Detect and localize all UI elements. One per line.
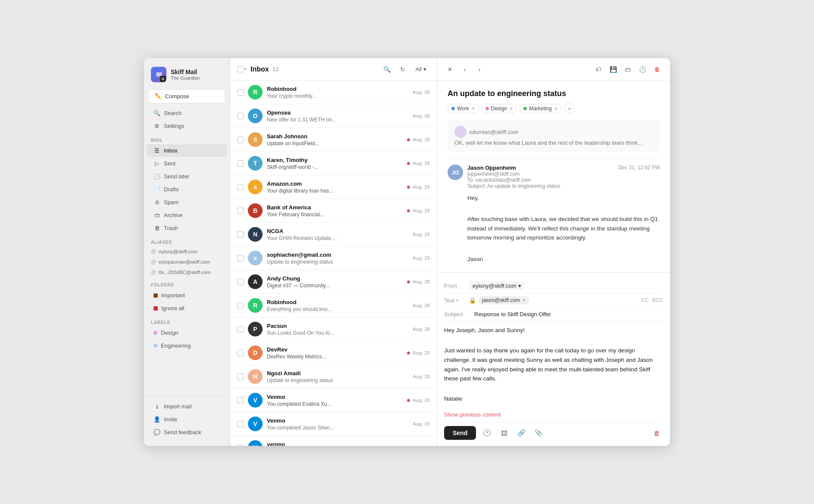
email-checkbox[interactable] [237,208,244,214]
spam-icon: ⊘ [153,199,160,205]
email-row[interactable]: a Amazon.com Your digital library loan h… [230,175,437,199]
email-date: Aug. 28 [413,303,430,308]
compose-button[interactable]: ✏️ Compose [148,89,225,103]
email-row[interactable]: B Bank of America Your February financia… [230,199,437,223]
next-message-button[interactable]: › [473,63,485,75]
email-date: Aug. 29 [413,161,430,166]
select-all-checkbox[interactable] [237,66,244,72]
email-checkbox[interactable] [237,184,244,190]
email-checkbox[interactable] [237,326,244,333]
email-checkbox[interactable] [237,397,244,404]
tag-marketing-close[interactable]: ✕ [554,106,558,112]
sidebar-item-drafts[interactable]: 📄 Drafts [147,183,227,196]
sidebar-item-invite[interactable]: 👤 Invite [147,413,227,426]
sidebar-item-import-mail[interactable]: ⤓ Import mail [147,400,227,413]
email-content: NCGA Your GHIN Revision Update,... [267,228,408,241]
compose-area: From eylony@skiff.com ▾ Text ▾ 🔒 jason@s… [437,272,670,446]
tag-marketing[interactable]: Marketing ✕ [520,104,562,113]
archive-button[interactable]: 🗃 [622,63,634,75]
filter-button[interactable]: All ▾ [412,64,430,74]
sidebar-item-archive[interactable]: 🗃 Archive [147,209,227,221]
sidebar-item-sent[interactable]: ▷ Sent [147,157,227,170]
label-engineering[interactable]: Engineering [147,339,227,352]
compose-body[interactable]: Hey Joseph, Jason and Sunny!Just wanted … [444,321,663,410]
email-row[interactable]: P Pacsun Sun Looks Good On You At... Aug… [230,317,437,341]
email-checkbox[interactable] [237,373,244,380]
email-preview: Everything you should kno... [267,306,408,312]
email-checkbox[interactable] [237,350,244,356]
attach-file-button[interactable]: 📎 [532,426,545,439]
select-all-checkbox-area[interactable]: ▾ [237,66,247,72]
insert-link-button[interactable]: 🔗 [515,426,528,439]
email-checkbox[interactable] [237,89,244,96]
sidebar-item-send-later[interactable]: 🕐 Send later [147,170,227,183]
sidebar-item-search[interactable]: 🔍 Search [147,107,227,119]
email-row[interactable]: N Ngozi Amadi Update to engineering stat… [230,365,437,389]
email-row[interactable]: S Sarah Johnson Update on InputField... … [230,128,437,152]
alias-1[interactable]: @ eylony@skiff.com [144,246,230,257]
folder-important[interactable]: Important [147,289,227,302]
label-button[interactable]: 🏷 [592,63,604,75]
delete-button[interactable]: 🗑 [651,63,663,75]
email-row[interactable]: V Venmo You completed Evalina Xu... Aug.… [230,389,437,412]
image-icon: 🖼 [501,429,507,437]
label-design[interactable]: Design [147,327,227,339]
from-selector[interactable]: eylony@skiff.com ▾ [469,281,525,290]
schedule-send-button[interactable]: 🕐 [480,426,493,439]
insert-image-button[interactable]: 🖼 [498,426,510,439]
email-row[interactable]: R Robinhood Everything you should kno...… [230,294,437,317]
email-sender: Venmo [267,417,408,424]
alias-2[interactable]: @ eylopacman@skiff.com [144,257,230,267]
email-checkbox[interactable] [237,137,244,143]
to-chip-close[interactable]: ✕ [522,298,526,303]
email-row[interactable]: D DevRev DevRev Weekly Metrics... Aug. 2… [230,341,437,365]
email-row[interactable]: T Karen, Timothy Skiff-org/skiff-world -… [230,152,437,175]
email-row[interactable]: s sophiachen@gmail.com Update to enginee… [230,246,437,270]
email-checkbox[interactable] [237,302,244,309]
tag-work[interactable]: Work ✕ [448,104,479,113]
email-row[interactable]: V Venmo You completed Jason Shen... Aug.… [230,412,437,436]
checkbox-chevron[interactable]: ▾ [244,66,247,72]
email-list-scroll[interactable]: R Robinhood Your crypto monthly... Aug. … [230,81,437,446]
to-chip[interactable]: jason@skiff.com ✕ [479,296,529,305]
email-checkbox[interactable] [237,113,244,119]
alias-3[interactable]: @ 0x...283dBC@skiff.com [144,267,230,277]
email-row[interactable]: A Andy Chung Digest #37 — Community... A… [230,270,437,294]
tag-work-close[interactable]: ✕ [471,106,475,112]
add-tag-button[interactable]: + [564,103,575,114]
email-checkbox[interactable] [237,255,244,261]
sidebar-item-trash[interactable]: 🗑 Trash [147,222,227,234]
email-row[interactable]: R Robinhood Your crypto monthly... Aug. … [230,81,437,104]
email-checkbox[interactable] [237,445,244,446]
bcc-button[interactable]: BCC [652,297,663,303]
prev-message-button[interactable]: ‹ [459,63,471,75]
sidebar-item-inbox[interactable]: ☰ Inbox [147,144,227,157]
close-thread-button[interactable]: ✕ [444,63,456,75]
email-checkbox[interactable] [237,231,244,238]
sidebar-item-send-feedback[interactable]: 💬 Send feedback [147,426,227,439]
subject-value[interactable]: Response to Skiff Design Offer [474,311,663,317]
tag-design[interactable]: Design ✕ [482,104,517,113]
show-previous-content[interactable]: Show previous content [444,410,663,422]
email-row[interactable]: V venmo You completed Kevin Tong... _08.… [230,436,437,446]
prev-reply-text: OK, well let me know what Laura and the … [454,140,642,146]
email-checkbox[interactable] [237,279,244,285]
sidebar-item-spam[interactable]: ⊘ Spam [147,196,227,208]
cc-button[interactable]: CC [641,297,648,303]
tag-design-close[interactable]: ✕ [509,106,513,112]
refresh-button[interactable]: ↻ [397,63,409,75]
email-checkbox[interactable] [237,421,244,427]
search-emails-button[interactable]: 🔍 [381,63,393,75]
email-row[interactable]: O Opensea New offer for 1.31 WETH on... … [230,104,437,128]
email-row[interactable]: N NCGA Your GHIN Revision Update,... Aug… [230,223,437,246]
discard-compose-button[interactable]: 🗑 [650,426,663,439]
email-checkbox[interactable] [237,160,244,167]
send-button[interactable]: Send [444,426,476,440]
email-date: Aug. 29 [413,208,430,213]
clock-button[interactable]: 🕐 [636,63,648,75]
folder-ignore[interactable]: Ignore all [147,302,227,314]
save-button[interactable]: 💾 [607,63,619,75]
alias-icon-3: @ [151,269,156,275]
compose-to-row: Text ▾ 🔒 jason@skiff.com ✕ CC BCC [444,293,663,308]
sidebar-item-settings[interactable]: ⚙ Settings [147,120,227,132]
